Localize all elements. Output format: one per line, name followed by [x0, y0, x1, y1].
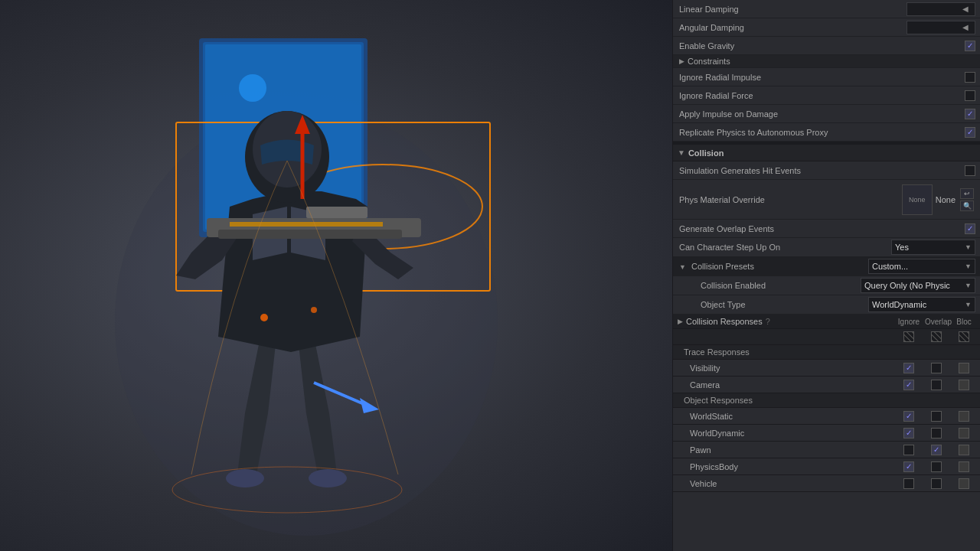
svg-point-8 — [309, 469, 347, 487]
trace-responses-label: Trace Responses — [678, 347, 975, 357]
phys-material-controls: ↩ 🔍 — [960, 188, 974, 211]
linear-damping-input[interactable]: 0,01 — [907, 4, 961, 15]
replicate-physics-checkbox[interactable] — [965, 127, 975, 138]
collision-enabled-dropdown[interactable]: Query Only (No Physic ▼ — [861, 278, 975, 293]
character-viewport — [77, 15, 536, 536]
ignore-radial-impulse-checkbox[interactable] — [965, 72, 975, 83]
worlddynamic-block-checkbox[interactable] — [959, 428, 969, 439]
worldstatic-ignore-checkbox[interactable] — [903, 411, 914, 422]
worlddynamic-overlap-checkbox[interactable] — [931, 428, 942, 439]
physicsbody-ignore-checkbox[interactable] — [903, 461, 914, 472]
properties-panel: Linear Damping 0,01 ◀ Angular Damping 0,… — [672, 0, 980, 551]
constraints-collapse-icon[interactable]: ▶ — [679, 57, 684, 65]
vehicle-overlap-checkbox[interactable] — [931, 478, 942, 489]
phys-material-preview[interactable]: None — [902, 184, 933, 215]
apply-impulse-label: Apply Impulse on Damage — [679, 109, 842, 119]
linear-damping-row: Linear Damping 0,01 ◀ — [673, 0, 980, 18]
collision-section-label: Collision — [688, 148, 724, 158]
constraints-label: Constraints — [688, 57, 850, 66]
all-responses-checkboxes — [897, 331, 975, 342]
linear-damping-value[interactable]: 0,01 ◀ — [842, 2, 975, 16]
collision-collapse-icon[interactable]: ▼ — [678, 148, 685, 157]
svg-point-7 — [226, 469, 264, 487]
replicate-physics-label: Replicate Physics to Autonomous Proxy — [679, 128, 842, 137]
physicsbody-overlap-checkbox[interactable] — [931, 461, 942, 472]
phys-material-preview-label: None — [909, 196, 926, 204]
worldstatic-block-checkbox[interactable] — [959, 411, 969, 422]
collision-responses-collapse-icon[interactable]: ▶ — [678, 318, 683, 325]
worlddynamic-ignore-checkbox[interactable] — [903, 428, 914, 439]
collision-presets-value[interactable]: Custom... ▼ — [842, 259, 975, 274]
angular-damping-input[interactable]: 0,0 — [907, 22, 961, 33]
worldstatic-overlap-checkbox[interactable] — [931, 411, 942, 422]
visibility-row: Visibility — [673, 360, 980, 377]
phys-material-reset-button[interactable]: ↩ — [960, 188, 974, 199]
apply-impulse-value — [842, 109, 975, 119]
enable-gravity-row: Enable Gravity — [673, 37, 980, 55]
object-type-dropdown-value: WorldDynamic — [872, 300, 926, 309]
enable-gravity-value — [842, 41, 975, 51]
can-character-step-up-dropdown-arrow: ▼ — [965, 243, 972, 251]
generate-overlap-checkbox[interactable] — [965, 223, 975, 234]
collision-presets-dropdown[interactable]: Custom... ▼ — [868, 259, 975, 274]
apply-impulse-row: Apply Impulse on Damage — [673, 105, 980, 123]
pawn-checkboxes — [897, 445, 975, 455]
ignore-radial-force-checkbox[interactable] — [965, 90, 975, 101]
svg-rect-14 — [230, 222, 383, 227]
linear-damping-spinner[interactable]: ◀ — [961, 5, 970, 13]
angular-damping-spinner[interactable]: ◀ — [961, 23, 970, 31]
object-type-dropdown-arrow: ▼ — [965, 301, 972, 308]
can-character-step-up-value[interactable]: Yes ▼ — [842, 240, 975, 255]
replicate-physics-value — [842, 127, 975, 138]
pawn-block-checkbox[interactable] — [959, 445, 969, 455]
can-character-step-up-dropdown[interactable]: Yes ▼ — [891, 240, 975, 255]
camera-checkboxes — [897, 380, 975, 390]
object-type-dropdown[interactable]: WorldDynamic ▼ — [868, 297, 975, 312]
collision-presets-collapse-icon[interactable]: ▼ — [679, 263, 686, 271]
vehicle-ignore-checkbox[interactable] — [903, 478, 914, 489]
simulation-hit-events-checkbox[interactable] — [965, 165, 975, 176]
object-type-value[interactable]: WorldDynamic ▼ — [846, 297, 975, 312]
phys-material-search-button[interactable]: 🔍 — [960, 201, 974, 211]
enable-gravity-checkbox[interactable] — [965, 41, 975, 51]
worldstatic-row: WorldStatic — [673, 408, 980, 425]
all-ignore-checkbox[interactable] — [903, 331, 914, 342]
physicsbody-label: PhysicsBody — [678, 462, 897, 471]
camera-ignore-checkbox[interactable] — [903, 380, 914, 390]
camera-overlap-checkbox[interactable] — [931, 380, 942, 390]
camera-block-checkbox[interactable] — [959, 380, 969, 390]
collision-section-header[interactable]: ▼ Collision — [673, 145, 980, 161]
col-header-block: Bloc — [952, 318, 975, 326]
visibility-overlap-checkbox[interactable] — [931, 363, 942, 373]
all-block-checkbox[interactable] — [959, 331, 969, 342]
pawn-overlap-checkbox[interactable] — [931, 445, 942, 455]
viewport-panel[interactable] — [0, 0, 672, 551]
visibility-ignore-checkbox[interactable] — [903, 363, 914, 373]
collision-enabled-dropdown-arrow: ▼ — [965, 282, 972, 289]
collision-enabled-label: Collision Enabled — [688, 281, 846, 290]
pawn-ignore-checkbox[interactable] — [903, 445, 914, 455]
phys-material-label: Phys Material Override — [679, 195, 812, 204]
vehicle-checkboxes — [897, 478, 975, 489]
collision-enabled-value[interactable]: Query Only (No Physic ▼ — [846, 278, 975, 293]
visibility-block-checkbox[interactable] — [959, 363, 969, 373]
col-header-ignore: Ignore — [897, 318, 920, 326]
collision-enabled-dropdown-value: Query Only (No Physic — [864, 281, 950, 290]
collision-presets-dropdown-value: Custom... — [872, 262, 908, 271]
can-character-step-up-row: Can Character Step Up On Yes ▼ — [673, 238, 980, 257]
object-type-row: Object Type WorldDynamic ▼ — [673, 295, 980, 315]
vehicle-block-checkbox[interactable] — [959, 478, 969, 489]
collision-presets-label: ▼ Collision Presets — [679, 262, 842, 271]
collision-presets-row: ▼ Collision Presets Custom... ▼ — [673, 257, 980, 276]
collision-responses-help-icon[interactable]: ? — [766, 317, 770, 326]
constraints-row[interactable]: ▶ Constraints — [673, 55, 980, 68]
all-overlap-checkbox[interactable] — [931, 331, 942, 342]
angular-damping-value[interactable]: 0,0 ◀ — [842, 21, 975, 34]
vehicle-row: Vehicle — [673, 475, 980, 492]
can-character-step-up-label: Can Character Step Up On — [679, 243, 842, 252]
phys-material-value: None None ↩ 🔍 — [812, 184, 974, 215]
physicsbody-block-checkbox[interactable] — [959, 461, 969, 472]
apply-impulse-checkbox[interactable] — [965, 109, 975, 119]
can-character-step-up-dropdown-value: Yes — [895, 243, 909, 252]
simulation-hit-events-label: Simulation Generates Hit Events — [679, 166, 842, 175]
